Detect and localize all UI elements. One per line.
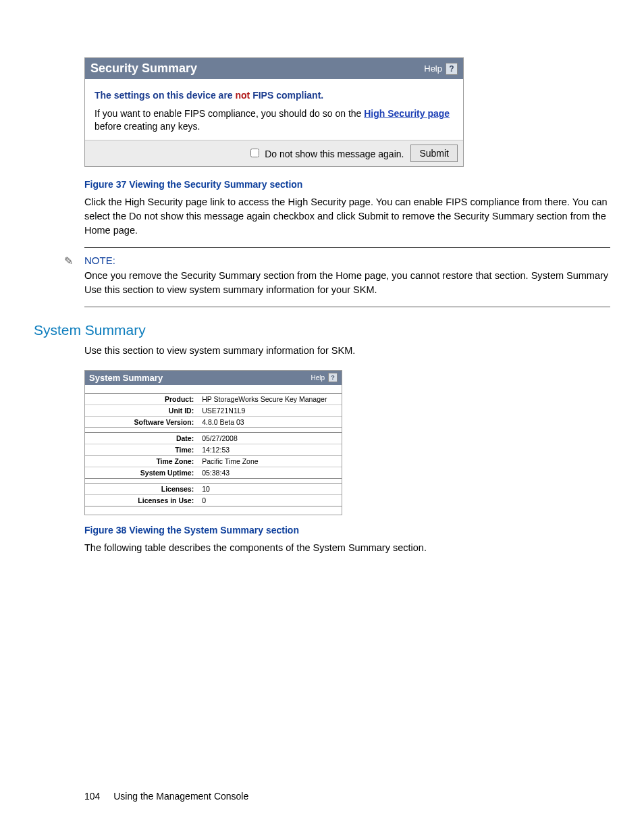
panel-footer: Do not show this message again. Submit [85, 140, 463, 166]
fips-status-line: The settings on this device are not FIPS… [95, 90, 454, 101]
security-summary-panel: Security Summary Help ? The settings on … [84, 57, 464, 167]
table-row: System Uptime:05:38:43 [85, 467, 342, 478]
panel-header: Security Summary Help ? [85, 58, 463, 79]
table-row: Licenses in Use:0 [85, 494, 342, 506]
panel-header: System Summary Help ? [85, 371, 342, 385]
table-row: Time Zone:Pacific Time Zone [85, 455, 342, 467]
figure38-caption: Figure 38 Viewing the System Summary sec… [84, 525, 610, 536]
divider [84, 247, 610, 248]
system-summary-intro: Use this section to view system summary … [84, 344, 610, 358]
table-row: Software Version:4.8.0 Beta 03 [85, 416, 342, 427]
high-security-link[interactable]: High Security page [364, 108, 450, 119]
divider [84, 307, 610, 307]
table-row: Date:05/27/2008 [85, 432, 342, 444]
summary-group-1: Product:HP StorageWorks Secure Key Manag… [85, 393, 342, 428]
help-icon: ? [446, 63, 458, 75]
chapter-title: Using the Management Console [113, 791, 248, 802]
table-row: Product:HP StorageWorks Secure Key Manag… [85, 393, 342, 405]
table-row: Unit ID:USE721N1L9 [85, 405, 342, 416]
table-row: Licenses:10 [85, 483, 342, 494]
note-block: ✎ NOTE: Once you remove the Security Sum… [84, 255, 610, 297]
panel-title: Security Summary [90, 61, 197, 76]
summary-group-3: Licenses:10 Licenses in Use:0 [85, 483, 342, 506]
help-link[interactable]: Help ? [424, 63, 458, 75]
fips-body-text: If you want to enable FIPS compliance, y… [95, 107, 454, 133]
figure37-caption: Figure 37 Viewing the Security Summary s… [84, 179, 610, 190]
help-label: Help [424, 63, 442, 74]
system-summary-heading: System Summary [34, 322, 610, 338]
summary-group-2: Date:05/27/2008 Time:14:12:53 Time Zone:… [85, 432, 342, 479]
dont-show-checkbox[interactable] [250, 149, 259, 157]
submit-button[interactable]: Submit [410, 145, 458, 162]
figure37-text: Click the High Security page link to acc… [84, 195, 610, 238]
note-icon: ✎ [64, 255, 73, 267]
page-number: 104 [84, 791, 100, 802]
help-label: Help [311, 374, 325, 382]
system-summary-panel: System Summary Help ? Product:HP Storage… [84, 370, 342, 515]
table-row: Time:14:12:53 [85, 444, 342, 455]
dont-show-checkbox-label[interactable]: Do not show this message again. [248, 147, 404, 159]
panel-title: System Summary [89, 373, 163, 383]
note-text: Once you remove the Security Summary sec… [84, 269, 610, 297]
figure38-text: The following table describes the compon… [84, 541, 610, 555]
page-footer: 104 Using the Management Console [84, 791, 248, 802]
help-icon: ? [328, 373, 338, 382]
help-link[interactable]: Help ? [311, 373, 338, 382]
note-label: NOTE: [84, 255, 610, 266]
